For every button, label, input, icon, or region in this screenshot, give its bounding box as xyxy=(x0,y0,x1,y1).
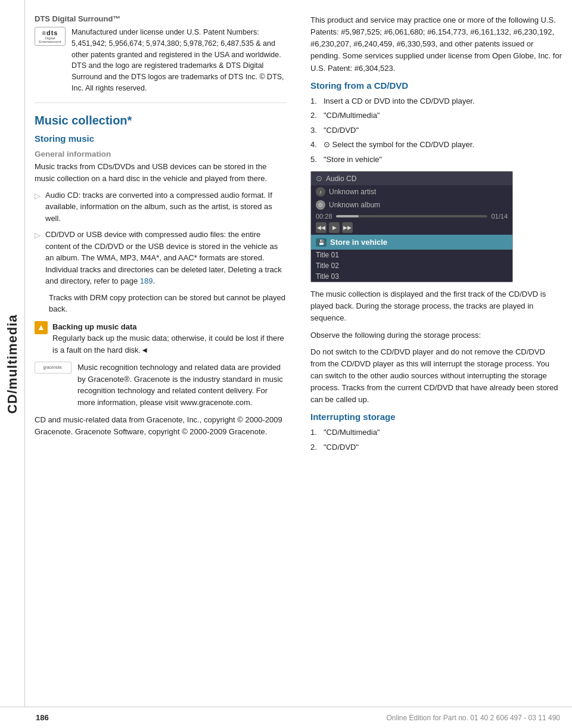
step-num-1: 1. xyxy=(310,95,320,107)
player-album: Unknown album xyxy=(329,201,380,209)
next-button[interactable]: ▶▶ xyxy=(342,222,353,233)
dts-body-text: Manufactured under license under U.S. Pa… xyxy=(72,27,287,94)
title-row-2: Title 02 xyxy=(311,260,512,271)
play-button[interactable]: ▶ xyxy=(329,222,340,233)
interrupting-step-1: 1. "CD/Multimedia" xyxy=(310,427,562,438)
player-progress-row: 00:28 01/14 xyxy=(311,211,512,221)
player-time-start: 00:28 xyxy=(316,213,332,220)
int-step-text-2: "CD/DVD" xyxy=(324,441,359,453)
interrupting-step-2: 2. "CD/DVD" xyxy=(310,441,562,453)
album-icon: ⊙ xyxy=(316,200,325,210)
dts-section-title: DTS Digital Surround™ xyxy=(35,14,287,23)
cd-player-icon: ⊙ xyxy=(316,174,322,183)
storing-step-2: 2. "CD/Multimedia" xyxy=(310,110,562,122)
bullet-item-1: ▷ Audio CD: tracks are converted into a … xyxy=(35,189,287,225)
dts-logo-main-text: ≡dts xyxy=(42,29,58,36)
observe-detail: Do not switch to the CD/DVD player and d… xyxy=(310,346,562,406)
player-album-row: ⊙ Unknown album xyxy=(311,198,512,211)
gracenote-body2: CD and music-related data from Gracenote… xyxy=(35,414,287,438)
dts-logo-row: ≡dts Digital Entertainment Manufactured … xyxy=(35,27,287,94)
step-text-1: Insert a CD or DVD into the CD/DVD playe… xyxy=(324,95,475,107)
warning-icon: ▲ xyxy=(35,321,48,334)
after-screenshot-text: The music collection is displayed and th… xyxy=(310,288,562,324)
sidebar-tab: CD/multimedia xyxy=(0,0,25,728)
title-row-3: Title 03 xyxy=(311,271,512,282)
step-num-4: 4. xyxy=(310,139,320,151)
bullet-arrow-1: ▷ xyxy=(35,190,41,225)
player-header-title: Audio CD xyxy=(326,175,356,183)
left-column: DTS Digital Surround™ ≡dts Digital Enter… xyxy=(25,14,299,458)
player-artist-row: ♪ Unknown artist xyxy=(311,185,512,198)
sidebar-label: CD/multimedia xyxy=(5,314,20,413)
store-in-vehicle-row: 💾 Store in vehicle xyxy=(311,235,512,250)
gracenote-row: gracenote. Music recognition technology … xyxy=(35,362,287,408)
gracenote-body: Music recognition technology and related… xyxy=(77,362,287,408)
step-num-5: 5. xyxy=(310,154,320,166)
general-information-title: General information xyxy=(35,150,287,158)
storing-steps-list: 1. Insert a CD or DVD into the CD/DVD pl… xyxy=(310,95,562,166)
player-controls: ◀◀ ▶ ▶▶ xyxy=(311,221,512,235)
storing-step-3: 3. "CD/DVD" xyxy=(310,125,562,136)
bullet-arrow-2: ▷ xyxy=(35,229,41,287)
interrupting-steps-list: 1. "CD/Multimedia" 2. "CD/DVD" xyxy=(310,427,562,453)
step-text-4: ⊙ Select the symbol for the CD/DVD playe… xyxy=(324,139,474,151)
step-text-5: "Store in vehicle" xyxy=(324,154,382,166)
bullet-text-2: CD/DVD or USB device with compressed aud… xyxy=(45,229,287,287)
player-header: ⊙ Audio CD xyxy=(311,172,512,185)
storing-step-1: 1. Insert a CD or DVD into the CD/DVD pl… xyxy=(310,95,562,107)
observe-text: Observe the following during the storage… xyxy=(310,329,562,341)
interrupting-title: Interrupting storage xyxy=(310,412,562,422)
player-progress-fill xyxy=(336,215,359,217)
warning-body: Regularly back up the music data; otherw… xyxy=(52,334,284,354)
storing-cd-dvd-title: Storing from a CD/DVD xyxy=(310,80,562,91)
sub-note: Tracks with DRM copy protection can be s… xyxy=(49,292,287,315)
prev-button[interactable]: ◀◀ xyxy=(316,222,327,233)
main-content: DTS Digital Surround™ ≡dts Digital Enter… xyxy=(25,0,572,481)
general-info-body: Music tracks from CDs/DVDs and USB devic… xyxy=(35,161,287,185)
link-189: 189 xyxy=(140,276,153,285)
dts-logo: ≡dts Digital Entertainment xyxy=(35,27,66,46)
player-time-end: 01/14 xyxy=(491,213,508,220)
gracenote-logo: gracenote. xyxy=(35,362,72,374)
int-step-num-1: 1. xyxy=(310,427,320,438)
artist-icon: ♪ xyxy=(316,187,325,197)
bullet-item-2: ▷ CD/DVD or USB device with compressed a… xyxy=(35,229,287,287)
footer-online-text: Online Edition for Part no. 01 40 2 606 … xyxy=(386,714,560,722)
page-footer: 186 Online Edition for Part no. 01 40 2 … xyxy=(0,707,572,728)
warning-text: Backing up music data Regularly back up … xyxy=(52,321,287,356)
right-column: This product and service may practice on… xyxy=(299,14,572,458)
us-patents-text: This product and service may practice on… xyxy=(310,14,562,74)
bullet-text-1: Audio CD: tracks are converted into a co… xyxy=(45,189,287,225)
step-num-3: 3. xyxy=(310,125,320,136)
warning-box: ▲ Backing up music data Regularly back u… xyxy=(35,321,287,356)
dts-logo-sub-text: Digital Entertainment xyxy=(36,36,64,43)
storing-step-5: 5. "Store in vehicle" xyxy=(310,154,562,166)
storing-step-4: 4. ⊙ Select the symbol for the CD/DVD pl… xyxy=(310,139,562,151)
title-row-1: Title 01 xyxy=(311,250,512,260)
step-text-2: "CD/Multimedia" xyxy=(324,110,380,122)
bullet-list: ▷ Audio CD: tracks are converted into a … xyxy=(35,189,287,287)
player-artist: Unknown artist xyxy=(329,188,376,196)
step-text-3: "CD/DVD" xyxy=(324,125,359,136)
player-progress-bar xyxy=(336,215,488,217)
int-step-text-1: "CD/Multimedia" xyxy=(324,427,380,438)
store-icon: 💾 xyxy=(316,238,327,247)
player-screenshot: ⊙ Audio CD ♪ Unknown artist ⊙ Unknown al… xyxy=(310,171,513,282)
warning-title: Backing up music data xyxy=(52,321,287,333)
section-divider-1 xyxy=(35,102,287,103)
store-in-vehicle-label: Store in vehicle xyxy=(330,238,387,247)
step-num-2: 2. xyxy=(310,110,320,122)
music-collection-title: Music collection* xyxy=(35,114,287,127)
storing-music-title: Storing music xyxy=(35,133,287,144)
page-number: 186 xyxy=(36,713,49,722)
int-step-num-2: 2. xyxy=(310,441,320,453)
